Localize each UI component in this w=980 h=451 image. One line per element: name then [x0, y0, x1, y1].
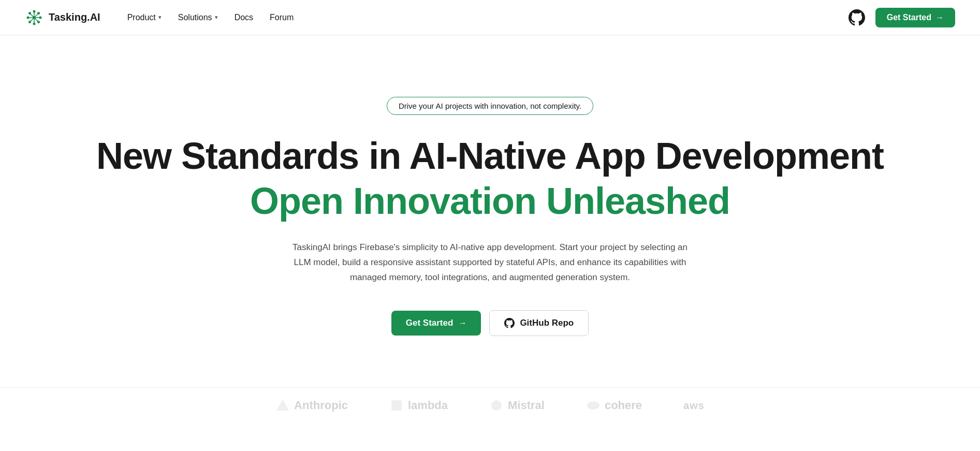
chevron-down-icon: ▾ [158, 14, 162, 21]
get-started-button-nav[interactable]: Get Started → [875, 8, 955, 27]
hero-title-line2: Open Innovation Unleashed [250, 181, 730, 222]
nav-solutions[interactable]: Solutions ▾ [172, 9, 224, 26]
nav-docs-label: Docs [235, 13, 253, 22]
partner-name-lambda: lambda [408, 399, 448, 412]
nav-docs[interactable]: Docs [228, 9, 259, 26]
partner-name-anthropic: Anthropic [294, 399, 348, 412]
partner-name-mistral: Mistral [508, 399, 545, 412]
github-icon-hero [504, 318, 515, 328]
partner-logo-anthropic: Anthropic [275, 398, 348, 413]
github-repo-button[interactable]: GitHub Repo [489, 310, 589, 336]
mistral-icon [489, 398, 504, 413]
github-icon[interactable] [849, 9, 865, 26]
svg-marker-17 [276, 399, 289, 411]
chevron-down-icon: ▾ [215, 14, 218, 21]
partner-logo-lambda: lambda [389, 398, 448, 413]
navbar-right: Get Started → [849, 8, 955, 27]
hero-badge: Drive your AI projects with innovation, … [387, 97, 593, 115]
svg-line-16 [30, 18, 35, 22]
partner-name-aws: aws [683, 400, 705, 412]
navbar: Tasking.AI Product ▾ Solutions ▾ Docs Fo… [0, 0, 980, 35]
nav-product[interactable]: Product ▾ [121, 9, 168, 26]
tasking-ai-logo-icon [25, 8, 43, 27]
svg-rect-18 [391, 400, 402, 411]
nav-links: Product ▾ Solutions ▾ Docs Forum [121, 9, 300, 26]
nav-forum[interactable]: Forum [264, 9, 300, 26]
svg-point-19 [491, 400, 502, 411]
logos-strip: Anthropic lambda Mistral cohere aws [0, 387, 980, 423]
nav-product-label: Product [127, 13, 156, 22]
arrow-right-icon: → [935, 13, 944, 22]
hero-title-line1: New Standards in AI-Native App Developme… [96, 136, 884, 177]
get-started-label-nav: Get Started [887, 13, 931, 22]
svg-line-13 [30, 13, 35, 18]
partner-logo-cohere: cohere [586, 398, 642, 413]
anthropic-icon [275, 398, 290, 413]
nav-solutions-label: Solutions [178, 13, 212, 22]
navbar-left: Tasking.AI Product ▾ Solutions ▾ Docs Fo… [25, 8, 300, 27]
arrow-right-icon-hero: → [458, 318, 466, 328]
logo-text: Tasking.AI [49, 11, 100, 23]
svg-line-15 [34, 13, 39, 18]
svg-point-20 [587, 401, 599, 410]
partner-logo-aws: aws [683, 400, 705, 412]
get-started-button-hero[interactable]: Get Started → [391, 311, 481, 336]
github-repo-label: GitHub Repo [520, 318, 574, 328]
svg-line-14 [34, 18, 39, 22]
hero-description: TaskingAI brings Firebase's simplicity t… [288, 240, 692, 285]
cohere-icon [586, 398, 601, 413]
nav-forum-label: Forum [270, 13, 294, 22]
hero-badge-text: Drive your AI projects with innovation, … [399, 101, 581, 110]
partner-logo-mistral: Mistral [489, 398, 545, 413]
lambda-icon [389, 398, 404, 413]
get-started-label-hero: Get Started [406, 318, 454, 328]
hero-section: Drive your AI projects with innovation, … [0, 35, 980, 387]
hero-buttons: Get Started → GitHub Repo [391, 310, 589, 336]
logo-link[interactable]: Tasking.AI [25, 8, 100, 27]
partner-name-cohere: cohere [605, 399, 642, 412]
